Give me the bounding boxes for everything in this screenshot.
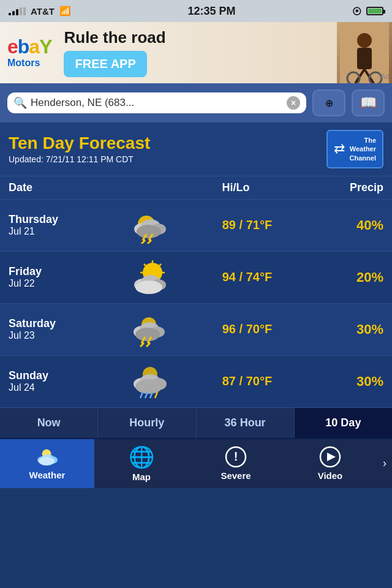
row-date-thu: Jul 21 bbox=[9, 226, 111, 237]
svg-point-33 bbox=[135, 328, 160, 341]
wifi-icon: 📶 bbox=[59, 6, 71, 17]
forecast-updated: Updated: 7/21/11 12:11 PM CDT bbox=[9, 154, 150, 164]
ebay-motors-label: Motors bbox=[7, 58, 51, 69]
row-hilo-thu: 89 / 71°F bbox=[190, 218, 304, 232]
partly-cloudy-icon bbox=[129, 259, 172, 296]
svg-point-53 bbox=[39, 457, 55, 466]
nav-item-video[interactable]: Video bbox=[283, 439, 377, 488]
status-left: AT&T 📶 bbox=[9, 6, 71, 17]
row-date-sunday: Sunday Jul 24 bbox=[9, 369, 111, 393]
row-precip-sun: 30% bbox=[304, 374, 383, 390]
segment-tabs: Now Hourly 36 Hour 10 Day bbox=[0, 408, 392, 439]
signal-bar-5 bbox=[23, 7, 26, 15]
table-row[interactable]: Friday Jul 22 94 / 74°F 20% bbox=[0, 252, 392, 304]
row-icon-thu bbox=[111, 207, 190, 244]
tab-now[interactable]: Now bbox=[0, 408, 98, 438]
ad-logo-block: ebaY Motors bbox=[0, 32, 59, 74]
col-precip-header: Precip bbox=[293, 181, 383, 194]
nav-label-video: Video bbox=[318, 470, 343, 481]
cloud-storm-icon bbox=[129, 207, 172, 244]
row-precip-fri: 20% bbox=[304, 270, 383, 285]
nav-label-map: Map bbox=[132, 472, 151, 482]
svg-line-24 bbox=[159, 264, 161, 266]
row-day-thu: Thursday bbox=[9, 213, 111, 226]
row-date-sat: Jul 23 bbox=[9, 330, 111, 341]
svg-text:!: ! bbox=[234, 450, 238, 463]
location-button[interactable]: ⊕ bbox=[312, 89, 345, 116]
nav-chevron[interactable]: › bbox=[377, 439, 392, 488]
nav-item-severe[interactable]: ! Severe bbox=[189, 439, 283, 488]
signal-bar-4 bbox=[20, 7, 22, 15]
tab-10day[interactable]: 10 Day bbox=[295, 408, 392, 438]
row-date-fri: Jul 22 bbox=[9, 278, 111, 289]
search-input-wrap: 🔍 × bbox=[7, 92, 306, 113]
table-row[interactable]: Saturday Jul 23 96 / 70°F 30% bbox=[0, 304, 392, 356]
row-date-friday: Friday Jul 22 bbox=[9, 265, 111, 289]
weather-channel-logo[interactable]: ⇄ TheWeatherChannel bbox=[326, 130, 383, 168]
forecast-header: Ten Day Forecast Updated: 7/21/11 12:11 … bbox=[0, 123, 392, 176]
svg-line-36 bbox=[140, 343, 144, 347]
row-hilo-sat: 96 / 70°F bbox=[190, 322, 304, 336]
wc-label: TheWeatherChannel bbox=[350, 137, 376, 162]
video-nav-icon bbox=[319, 446, 341, 468]
svg-point-1 bbox=[357, 33, 372, 48]
status-bar: AT&T 📶 12:35 PM ⦿ bbox=[0, 0, 392, 22]
svg-line-39 bbox=[146, 343, 150, 347]
row-icon-sat bbox=[111, 311, 190, 348]
ad-tagline: Rule the road bbox=[64, 28, 332, 47]
row-day-sat: Saturday bbox=[9, 317, 111, 330]
col-hilo-header: Hi/Lo bbox=[179, 181, 292, 194]
signal-bar-2 bbox=[12, 11, 15, 15]
ad-middle: Rule the road FREE APP bbox=[59, 23, 337, 82]
row-hilo-fri: 94 / 74°F bbox=[190, 270, 304, 284]
ad-banner[interactable]: ebaY Motors Rule the road FREE APP iAd bbox=[0, 22, 392, 83]
bottom-nav: Weather 🌐 Map ! Severe Video › bbox=[0, 439, 392, 488]
iad-badge: iAd bbox=[379, 72, 390, 81]
bookmark-icon: 📖 bbox=[360, 95, 377, 111]
battery-icon bbox=[366, 7, 383, 15]
search-input[interactable] bbox=[31, 97, 283, 109]
severe-nav-icon: ! bbox=[225, 446, 247, 468]
battery-fill bbox=[368, 9, 382, 13]
cloud-rain-sun-icon bbox=[129, 363, 172, 400]
nav-item-weather[interactable]: Weather bbox=[0, 439, 94, 488]
row-date-thursday: Thursday Jul 21 bbox=[9, 213, 111, 237]
free-app-button[interactable]: FREE APP bbox=[64, 51, 146, 77]
signal-bars bbox=[9, 7, 26, 15]
row-precip-thu: 40% bbox=[304, 217, 383, 233]
table-header: Date Hi/Lo Precip bbox=[0, 176, 392, 200]
ebay-logo: ebaY bbox=[7, 37, 51, 56]
forecast-title-block: Ten Day Forecast Updated: 7/21/11 12:11 … bbox=[9, 134, 150, 164]
table-row[interactable]: Thursday Jul 21 89 / 71°F 40% bbox=[0, 200, 392, 252]
ebay-y: Y bbox=[39, 36, 51, 58]
forecast-rows: Thursday Jul 21 89 / 71°F 40% Friday bbox=[0, 200, 392, 408]
svg-marker-57 bbox=[327, 453, 336, 461]
ebay-b: b bbox=[18, 36, 29, 58]
tab-36hour[interactable]: 36 Hour bbox=[197, 408, 295, 438]
nav-label-severe: Severe bbox=[221, 470, 251, 481]
col-date-header: Date bbox=[9, 181, 179, 194]
table-row[interactable]: Sunday Jul 24 87 / 70°F 30% bbox=[0, 356, 392, 408]
cloud-storm-sun-icon bbox=[129, 311, 172, 348]
carrier-label: AT&T bbox=[31, 6, 55, 17]
svg-line-45 bbox=[140, 392, 143, 398]
bookmarks-button[interactable]: 📖 bbox=[352, 89, 385, 116]
search-icon: 🔍 bbox=[13, 96, 27, 110]
svg-point-44 bbox=[135, 379, 162, 394]
svg-point-11 bbox=[137, 225, 161, 238]
signal-bar-3 bbox=[16, 9, 18, 15]
svg-point-28 bbox=[135, 281, 162, 294]
wc-arrows-icon: ⇄ bbox=[334, 141, 345, 157]
row-hilo-sun: 87 / 70°F bbox=[190, 374, 304, 388]
nav-item-map[interactable]: 🌐 Map bbox=[94, 439, 189, 488]
time-display: 12:35 PM bbox=[187, 5, 235, 18]
svg-line-14 bbox=[141, 240, 145, 244]
map-nav-icon: 🌐 bbox=[129, 445, 154, 469]
row-icon-sun bbox=[111, 363, 190, 400]
row-date-saturday: Saturday Jul 23 bbox=[9, 317, 111, 341]
nav-label-weather: Weather bbox=[29, 470, 66, 480]
signal-bar-1 bbox=[9, 13, 11, 15]
search-clear-button[interactable]: × bbox=[287, 96, 300, 110]
tab-hourly[interactable]: Hourly bbox=[98, 408, 196, 438]
search-bar: 🔍 × ⊕ 📖 bbox=[0, 83, 392, 123]
